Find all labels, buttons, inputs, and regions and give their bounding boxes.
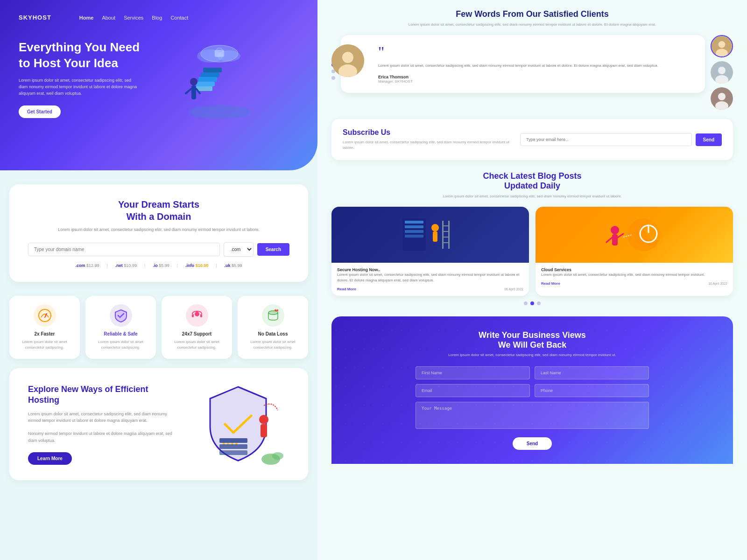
svg-rect-30	[219, 450, 247, 455]
svg-rect-29	[219, 444, 247, 449]
nav-services[interactable]: Services	[124, 15, 143, 21]
blog-card-2: Cloud Services Lorem ipsum dolor sit ame…	[536, 207, 733, 296]
blog-card-1-text: Lorem ipsum dolor sit amet, consectetur …	[337, 272, 523, 283]
svg-rect-9	[201, 72, 219, 77]
svg-rect-49	[405, 235, 423, 238]
learn-more-button[interactable]: Learn More	[28, 452, 72, 465]
blog-card-1-read-more[interactable]: Read More	[337, 287, 356, 291]
thumb-3[interactable]	[711, 87, 733, 110]
nav-contact[interactable]: Contact	[170, 15, 188, 21]
blog-dot-3[interactable]	[537, 301, 541, 305]
nav-blog[interactable]: Blog	[152, 15, 162, 21]
blog-card-1-tag: Secure Hosting Now..	[337, 267, 523, 272]
svg-rect-63	[612, 234, 618, 245]
price-net: .net $10.99	[115, 263, 137, 268]
domain-prices: .com $12.99 | .net $10.99 | .io $5.99 | …	[28, 263, 289, 268]
domain-tld-select[interactable]: .com.net.io.info	[224, 242, 254, 257]
blog-pagination-dots	[331, 301, 733, 305]
subscribe-send-button[interactable]: Send	[696, 133, 722, 146]
svg-rect-46	[405, 221, 423, 224]
support-desc: Lorem ipsum dolor sit amet consectetur s…	[168, 339, 226, 350]
testimonial-dot-3[interactable]	[331, 76, 335, 80]
svg-rect-20	[200, 314, 202, 317]
svg-rect-48	[405, 230, 423, 233]
domain-search-bar: .com.net.io.info Search	[28, 242, 289, 257]
blog-cards: Secure Hosting Now.. Lorem ipsum dolor s…	[331, 207, 733, 296]
hero-text: Everything You Need to Host Your Idea Lo…	[19, 40, 140, 118]
faster-title: 2x Faster	[16, 331, 73, 336]
testimonial-avatar-main	[331, 44, 364, 77]
left-panel: SKYHOST Home About Services Blog Contact…	[0, 0, 317, 560]
svg-point-16	[39, 309, 51, 322]
svg-point-37	[719, 41, 726, 48]
svg-point-26	[259, 415, 268, 424]
nodata-title: No Data Loss	[244, 331, 302, 336]
hero-section: SKYHOST Home About Services Blog Contact…	[0, 0, 317, 170]
blog-card-1-image	[331, 207, 529, 263]
testimonials-description: Lorem ipsum dolor sit amet, consectetur …	[331, 22, 733, 28]
nav-home[interactable]: Home	[79, 15, 94, 21]
blog-card-1-date: 06 April 2022	[504, 287, 523, 291]
svg-point-12	[190, 78, 197, 85]
blog-card-2-read-more[interactable]: Read More	[541, 281, 560, 286]
svg-point-50	[431, 224, 439, 231]
svg-point-34	[342, 52, 353, 63]
hero-visual	[168, 40, 299, 133]
svg-line-14	[186, 89, 191, 93]
feature-faster: 2x Faster Lorem ipsum dolor sit amet con…	[9, 296, 80, 359]
domain-input[interactable]	[28, 243, 220, 256]
domain-description: Lorem ipsum dolor sit amet, consectetur …	[28, 226, 289, 233]
svg-rect-19	[192, 314, 194, 317]
svg-line-65	[618, 234, 623, 238]
svg-rect-13	[191, 85, 196, 99]
price-uk: .uk $5.99	[225, 263, 242, 268]
get-started-button[interactable]: Get Started	[19, 105, 61, 118]
svg-rect-52	[442, 221, 444, 249]
hosting-desc2: Nonumy eirmod tempor invidunt ut labore …	[28, 430, 173, 444]
blog-card-2-image	[536, 207, 733, 263]
reliable-icon	[110, 304, 132, 327]
blog-dot-1[interactable]	[524, 301, 528, 305]
svg-line-64	[606, 238, 612, 242]
domain-search-button[interactable]: Search	[257, 243, 289, 256]
reliable-title: Reliable & Safe	[92, 331, 149, 336]
svg-point-38	[716, 49, 728, 57]
blog-card-2-footer: Read More 10 April 2022	[541, 281, 727, 286]
support-title: 24x7 Support	[168, 331, 226, 336]
nav-about[interactable]: About	[102, 15, 115, 21]
hosting-desc: Lorem ipsum dolor sit amet, consectetur …	[28, 411, 173, 424]
testimonial-card: " Lorem ipsum dolor sit amet, consectetu…	[341, 35, 705, 93]
svg-point-40	[718, 67, 726, 74]
blog-description: Lorem ipsum dolor sit amet, consectetur …	[331, 194, 733, 199]
price-com: .com $12.99	[75, 263, 99, 268]
subscribe-email-input[interactable]	[520, 133, 692, 146]
svg-rect-27	[261, 424, 267, 437]
hosting-title: Explore New Ways of Efficient Hosting	[28, 384, 173, 406]
subscribe-title: Subscribe Us	[343, 128, 511, 137]
svg-point-18	[195, 312, 199, 316]
svg-rect-10	[203, 68, 222, 72]
hosting-text: Explore New Ways of Efficient Hosting Lo…	[28, 384, 173, 465]
svg-rect-8	[198, 77, 217, 82]
feature-reliable: Reliable & Safe Lorem ipsum dolor sit am…	[85, 296, 156, 359]
subscribe-description: Lorem ipsum dolor sit amet, consectetur …	[343, 140, 511, 151]
hero-content: Everything You Need to Host Your Idea Lo…	[19, 40, 299, 133]
testimonial-thumbnails	[711, 35, 733, 110]
feature-support: 24x7 Support Lorem ipsum dolor sit amet …	[162, 296, 232, 359]
hosting-visual: ★★★★	[187, 382, 289, 466]
blog-card-1-body: Secure Hosting Now.. Lorem ipsum dolor s…	[331, 263, 529, 296]
thumb-2[interactable]	[711, 61, 733, 84]
svg-point-32	[272, 452, 283, 460]
svg-rect-47	[405, 225, 423, 228]
subscribe-text: Subscribe Us Lorem ipsum dolor sit amet,…	[343, 128, 511, 151]
blog-card-1-footer: Read More 06 April 2022	[337, 287, 523, 291]
svg-rect-57	[442, 242, 450, 243]
blog-card-2-date: 10 April 2022	[708, 282, 727, 285]
features-section: 2x Faster Lorem ipsum dolor sit amet con…	[9, 296, 308, 359]
nav-links: Home About Services Blog Contact	[79, 15, 188, 21]
blog-dot-2[interactable]	[530, 301, 534, 305]
thumb-1[interactable]	[711, 35, 733, 57]
reliable-desc: Lorem ipsum dolor sit amet consectetur s…	[92, 339, 149, 350]
svg-rect-28	[219, 438, 247, 443]
right-panel: Few Words From Our Satisfied Clients Lor…	[317, 0, 747, 560]
